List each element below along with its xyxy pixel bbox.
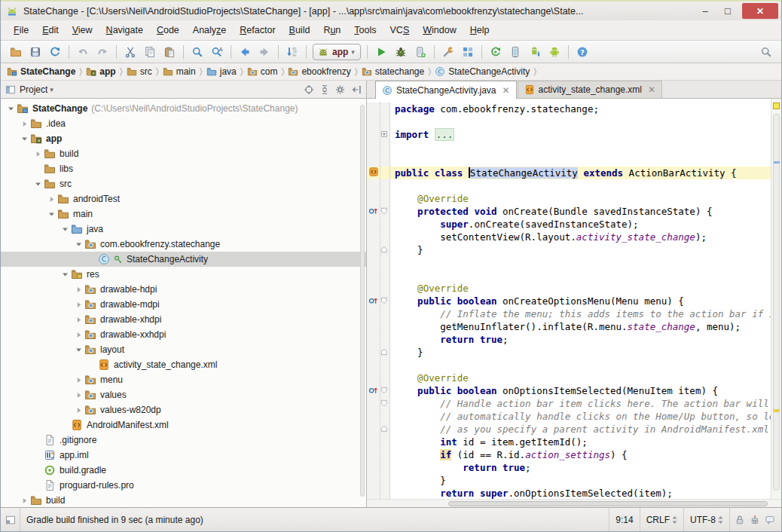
- tree-item-res[interactable]: res: [1, 267, 366, 282]
- expanded-arrow-icon[interactable]: [46, 209, 57, 220]
- collapsed-arrow-icon[interactable]: [73, 390, 84, 401]
- collapsed-arrow-icon[interactable]: [73, 405, 84, 416]
- scroll-from-source-icon[interactable]: [304, 84, 314, 95]
- tree-item-drawable-xxhdpi[interactable]: drawable-xxhdpi: [1, 327, 366, 342]
- code-lines[interactable]: package com.ebookfrenzy.statechange; imp…: [390, 102, 781, 499]
- inspection-status-icon[interactable]: [773, 102, 780, 109]
- sort-lines-icon[interactable]: 011001: [283, 43, 301, 61]
- menu-code[interactable]: Code: [150, 23, 186, 38]
- encoding-selector[interactable]: UTF-8: [683, 508, 729, 531]
- search-everywhere-icon[interactable]: [757, 43, 775, 61]
- expanded-arrow-icon[interactable]: [19, 133, 30, 145]
- collapsed-arrow-icon[interactable]: [32, 148, 44, 160]
- cut-icon[interactable]: [121, 43, 139, 61]
- run-icon[interactable]: [372, 43, 390, 61]
- close-button[interactable]: ✕: [742, 3, 778, 19]
- collapsed-arrow-icon[interactable]: [73, 314, 84, 326]
- android-monitor-icon[interactable]: [545, 43, 564, 61]
- editor-horizontal-scrollbar[interactable]: [367, 499, 781, 507]
- maximize-button[interactable]: □: [716, 4, 739, 19]
- sync-icon[interactable]: [46, 43, 64, 61]
- menu-refactor[interactable]: Refactor: [233, 23, 282, 38]
- fold-marker-icon[interactable]: [380, 346, 389, 359]
- hscroll-thumb[interactable]: [448, 501, 768, 506]
- tree-scrollbar[interactable]: [360, 105, 365, 497]
- menu-help[interactable]: Help: [463, 23, 496, 38]
- related-xml-file-icon[interactable]: [368, 167, 379, 180]
- tree-item-build[interactable]: build: [1, 146, 366, 161]
- menu-vcs[interactable]: VCS: [383, 23, 417, 38]
- notification-balloon-icon[interactable]: [765, 515, 775, 525]
- avd-manager-icon[interactable]: [506, 43, 524, 61]
- save-icon[interactable]: [26, 43, 44, 61]
- menu-analyze[interactable]: Analyze: [186, 23, 233, 38]
- expanded-arrow-icon[interactable]: [60, 269, 71, 280]
- collapsed-arrow-icon[interactable]: [73, 375, 84, 386]
- find-icon[interactable]: [188, 43, 206, 61]
- minimize-button[interactable]: –: [694, 4, 716, 19]
- override-method-icon[interactable]: [368, 295, 379, 308]
- tree-item-java[interactable]: java: [1, 222, 366, 237]
- breadcrumb-statechange[interactable]: StateChange: [7, 66, 75, 77]
- stripe-mark-yellow[interactable]: [774, 409, 780, 412]
- collapsed-arrow-icon[interactable]: [19, 118, 30, 130]
- tree-item-drawable-hdpi[interactable]: drawable-hdpi: [1, 282, 366, 297]
- breadcrumb-main[interactable]: main: [163, 66, 196, 77]
- menu-window[interactable]: Window: [416, 23, 463, 38]
- tree-item-app[interactable]: app: [1, 131, 366, 146]
- close-tab-icon[interactable]: ✕: [502, 85, 510, 96]
- tree-item-values-w820dp[interactable]: values-w820dp: [1, 402, 366, 417]
- sdk-manager-icon[interactable]: [526, 43, 544, 61]
- tree-item-gitignore[interactable]: .gitignore: [1, 433, 366, 448]
- breadcrumb-com[interactable]: com: [247, 66, 278, 77]
- tab-statechangeactivity-java[interactable]: CStateChangeActivity.java✕: [375, 81, 517, 99]
- fold-marker-icon[interactable]: [380, 243, 389, 257]
- fold-marker-icon[interactable]: [380, 205, 389, 219]
- menu-build[interactable]: Build: [283, 23, 317, 38]
- breadcrumb-statechangeactivity[interactable]: CStateChangeActivity: [435, 66, 530, 77]
- tree-item-drawable-xhdpi[interactable]: drawable-xhdpi: [1, 312, 366, 327]
- tab-activity-state-change-xml[interactable]: activity_state_change.xml✕: [518, 81, 662, 98]
- gear-icon[interactable]: ▾: [335, 84, 346, 95]
- tree-item-androidtest[interactable]: androidTest: [1, 191, 366, 206]
- expanded-arrow-icon[interactable]: [73, 344, 84, 356]
- editor-vertical-scrollbar[interactable]: [773, 114, 780, 491]
- tree-item-main[interactable]: main: [1, 206, 366, 222]
- caret-position[interactable]: 9:14: [609, 508, 639, 531]
- fold-marker-icon[interactable]: [380, 295, 389, 308]
- redo-icon[interactable]: [93, 43, 111, 61]
- breadcrumb-java[interactable]: java: [206, 66, 237, 77]
- tree-item-drawable-mdpi[interactable]: drawable-mdpi: [1, 297, 366, 312]
- collapsed-arrow-icon[interactable]: [46, 194, 57, 205]
- breadcrumb-statechange[interactable]: statechange: [362, 66, 424, 77]
- tree-item-build[interactable]: build: [1, 493, 366, 507]
- tree-item-androidmanifest-xml[interactable]: AndroidManifest.xml: [1, 417, 366, 433]
- menu-run[interactable]: Run: [316, 23, 347, 38]
- menu-navigate[interactable]: Navigate: [99, 23, 150, 38]
- hector-inspector-icon[interactable]: [750, 515, 760, 525]
- replace-icon[interactable]: A: [208, 43, 226, 61]
- paste-icon[interactable]: [160, 43, 179, 61]
- debug-icon[interactable]: [392, 43, 410, 61]
- code-editor[interactable]: package com.ebookfrenzy.statechange; imp…: [367, 99, 781, 507]
- tree-item-statechangeactivity[interactable]: CStateChangeActivity: [1, 252, 366, 267]
- copy-icon[interactable]: [141, 43, 159, 61]
- tree-item-libs[interactable]: libs: [1, 161, 366, 176]
- menu-edit[interactable]: Edit: [35, 23, 66, 38]
- fold-marker-icon[interactable]: [380, 423, 389, 436]
- expanded-arrow-icon[interactable]: [5, 103, 17, 115]
- fold-marker-icon[interactable]: [380, 397, 389, 411]
- collapsed-arrow-icon[interactable]: [73, 284, 84, 295]
- expanded-arrow-icon[interactable]: [32, 179, 44, 190]
- tree-item-idea[interactable]: .idea: [1, 116, 366, 131]
- expanded-arrow-icon[interactable]: [60, 224, 71, 235]
- tree-item-activity-state-change-xml[interactable]: activity_state_change.xml: [1, 357, 366, 372]
- help-icon[interactable]: ?: [573, 43, 591, 61]
- tree-item-values[interactable]: values: [1, 387, 366, 402]
- close-tab-icon[interactable]: ✕: [648, 84, 655, 95]
- settings-wrench-icon[interactable]: [439, 43, 457, 61]
- menu-view[interactable]: View: [66, 23, 99, 38]
- collapsed-arrow-icon[interactable]: [73, 329, 84, 341]
- override-method-icon[interactable]: [368, 384, 379, 398]
- collapsed-arrow-icon[interactable]: [73, 299, 84, 310]
